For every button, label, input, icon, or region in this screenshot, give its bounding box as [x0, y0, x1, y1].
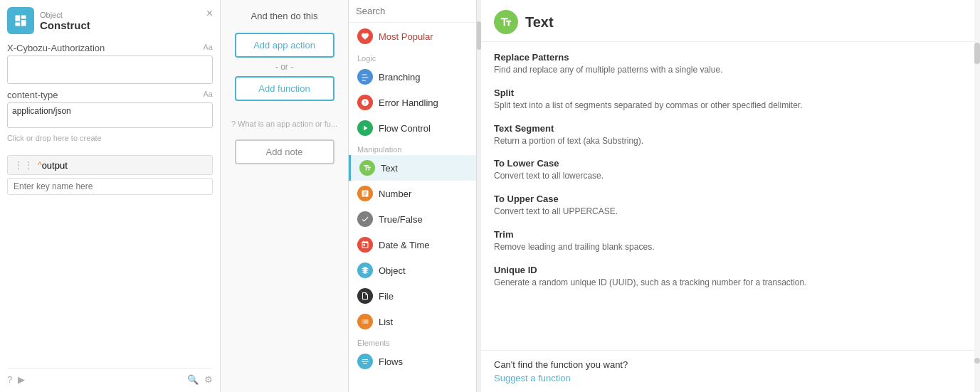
number-label: Number [379, 189, 411, 199]
function-desc: Convert text to all lowercase. [494, 170, 967, 182]
sidebar-item-true-false[interactable]: True/False [349, 206, 476, 232]
text-icon [359, 160, 375, 176]
object-label: Object [40, 11, 90, 19]
branching-icon [357, 69, 373, 85]
add-app-action-button[interactable]: Add app action [235, 33, 334, 58]
bottom-bar: ? ▶ 🔍 ⚙ [7, 368, 213, 385]
function-name: To Lower Case [494, 158, 967, 169]
function-item-to-lower-case[interactable]: To Lower Case Convert text to all lowerc… [494, 158, 967, 182]
right-panel: Text Replace Patterns Find and replace a… [481, 0, 980, 392]
what-hint: ? What is an app action or fu... [231, 120, 337, 128]
or-divider: - or - [275, 62, 293, 72]
content-type-field[interactable]: application/json [7, 102, 213, 128]
right-footer: Can't find the function you want? Sugges… [481, 350, 980, 392]
error-handling-icon [357, 95, 373, 110]
function-name: Text Segment [494, 123, 967, 134]
suggest-function-link[interactable]: Suggest a function [494, 373, 967, 383]
function-name: Unique ID [494, 265, 967, 275]
function-desc: Remove leading and trailing blank spaces… [494, 241, 967, 253]
object-icon [357, 263, 373, 278]
key-name-input[interactable] [7, 178, 213, 195]
construct-icon [7, 7, 34, 34]
add-note-button[interactable]: Add note [235, 139, 334, 164]
right-icons: 🔍 ⚙ [187, 374, 213, 385]
number-icon [357, 186, 373, 201]
header-title-group: Object Construct [40, 11, 90, 31]
search-icon[interactable]: 🔍 [187, 374, 199, 385]
right-header-icon [494, 10, 518, 34]
right-content: Replace Patterns Find and replace any of… [481, 42, 980, 350]
sidebar-item-text[interactable]: Text [349, 155, 476, 181]
function-desc: Find and replace any of multiple pattern… [494, 64, 967, 76]
panel-title: Construct [40, 19, 90, 31]
right-header: Text [481, 0, 980, 42]
auth-field[interactable] [7, 55, 213, 84]
field-label-content: content-type Aa [7, 90, 213, 100]
close-button[interactable]: × [206, 7, 213, 20]
section-label-logic: Logic [349, 50, 476, 64]
sidebar-item-flows[interactable]: Flows [349, 349, 476, 374]
play-button[interactable]: ▶ [18, 374, 25, 385]
search-input[interactable] [356, 6, 475, 16]
sidebar-item-file[interactable]: File [349, 283, 476, 309]
footer-prompt: Can't find the function you want? [494, 359, 967, 370]
and-then-label: And then do this [251, 11, 318, 21]
field-label-auth: X-Cybozu-Authorization Aa [7, 43, 213, 53]
middle-panel: And then do this Add app action - or - A… [221, 0, 349, 392]
panel-header: Object Construct [7, 7, 213, 34]
sidebar-item-object[interactable]: Object [349, 258, 476, 283]
function-item-trim[interactable]: Trim Remove leading and trailing blank s… [494, 229, 967, 253]
output-label-text: output [42, 160, 68, 171]
error-handling-label: Error Handling [379, 97, 438, 108]
function-desc: Return a portion of text (aka Substring)… [494, 135, 967, 147]
flows-icon [357, 354, 373, 369]
section-label-manipulation: Manipulation [349, 141, 476, 155]
search-row: 🔍 [349, 0, 476, 23]
right-scrollbar-thumb [974, 43, 980, 64]
true-false-icon [357, 211, 373, 227]
date-time-label: Date & Time [379, 240, 430, 250]
function-name: To Upper Case [494, 194, 967, 204]
left-panel: Object Construct × X-Cybozu-Authorizatio… [0, 0, 221, 392]
most-popular-icon [357, 28, 373, 44]
text-label: Text [381, 163, 398, 174]
function-item-replace-patterns[interactable]: Replace Patterns Find and replace any of… [494, 52, 967, 76]
flow-control-icon [357, 120, 373, 136]
sidebar-item-list[interactable]: List [349, 309, 476, 334]
bottom-icons: ? ▶ [7, 374, 25, 385]
function-item-text-segment[interactable]: Text Segment Return a portion of text (a… [494, 123, 967, 147]
function-desc: Split text into a list of segments separ… [494, 100, 967, 112]
function-item-split[interactable]: Split Split text into a list of segments… [494, 88, 967, 112]
sidebar-item-error-handling[interactable]: Error Handling [349, 90, 476, 115]
section-label-elements: Elements [349, 334, 476, 349]
right-scrollbar-bottom [974, 358, 980, 364]
add-function-button[interactable]: Add function [235, 76, 334, 101]
most-popular-label: Most Popular [379, 31, 433, 42]
drop-hint: Click or drop here to create [7, 134, 213, 142]
file-icon [357, 288, 373, 304]
flow-control-label: Flow Control [379, 123, 431, 134]
true-false-label: True/False [379, 214, 423, 225]
sidebar-menu: 🔍 Most Popular Logic Branching Error Han… [349, 0, 477, 392]
function-item-unique-id[interactable]: Unique ID Generate a random unique ID (U… [494, 265, 967, 289]
list-icon [357, 314, 373, 329]
sidebar-item-flow-control[interactable]: Flow Control [349, 115, 476, 141]
help-icon[interactable]: ? [7, 374, 12, 385]
file-label: File [379, 291, 394, 302]
sidebar-item-date-time[interactable]: Date & Time [349, 232, 476, 258]
function-item-to-upper-case[interactable]: To Upper Case Convert text to all UPPERC… [494, 194, 967, 218]
branching-label: Branching [379, 72, 421, 83]
sidebar-item-number[interactable]: Number [349, 181, 476, 206]
date-time-icon [357, 237, 373, 253]
output-row: ⋮⋮ ^ output [7, 155, 213, 175]
flows-label: Flows [379, 356, 403, 367]
most-popular-item[interactable]: Most Popular [349, 23, 476, 50]
function-desc: Generate a random unique ID (UUID), such… [494, 277, 967, 289]
settings-icon[interactable]: ⚙ [204, 374, 213, 385]
right-scrollbar[interactable] [974, 0, 980, 392]
function-name: Split [494, 88, 967, 98]
drag-handle[interactable]: ⋮⋮ [14, 159, 33, 171]
function-desc: Convert text to all UPPERCASE. [494, 206, 967, 218]
sidebar-item-branching[interactable]: Branching [349, 64, 476, 90]
list-label: List [379, 317, 393, 327]
